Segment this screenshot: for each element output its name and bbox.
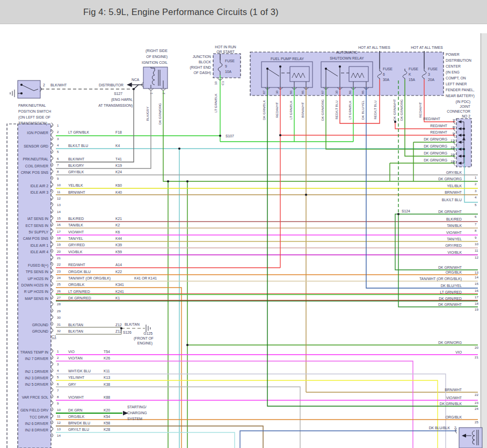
diagram-label: AT TRANSMISSION)	[98, 104, 133, 108]
splice-dot	[325, 68, 327, 70]
wire-color-label: BLK/WHT	[68, 157, 84, 161]
pcm-pin-number: 10	[57, 183, 61, 187]
pcm-pin-icon	[52, 275, 53, 280]
pcm-pin-number: 1	[57, 123, 59, 127]
pcm-pin-number: 4	[57, 369, 59, 372]
wire-exit-number: 18	[475, 302, 478, 305]
diagram-label: DK GRN/ORG	[321, 99, 324, 121]
diagram-label: BRN/WHT	[301, 102, 304, 117]
pcm-pin-icon	[52, 374, 53, 379]
diagram-label: OF ENGINE)	[146, 55, 168, 59]
diagram-label: LT GRN/BLK	[348, 100, 352, 119]
wire-color-label: LT GRN/RED	[440, 290, 462, 294]
pcm-pin-icon	[52, 302, 53, 306]
pcm-pin-name: TRANS TEMP IN	[20, 350, 48, 354]
diagram-label: NEAR BATTERY)	[446, 94, 475, 98]
pcm-pin-icon	[52, 222, 53, 226]
pcm-pin-icon	[52, 236, 53, 240]
wire-gry	[56, 387, 300, 448]
wire-color-label: BLK/LT BLU	[442, 198, 462, 202]
diagram-label: (FRONT OF	[134, 336, 154, 341]
diagram-label: G125	[143, 332, 152, 335]
pcm-pin-number: 32	[57, 329, 61, 333]
wire-dk-grn-wht	[395, 214, 478, 270]
splice-dot	[20, 92, 23, 94]
pcm-pin-number: 24	[57, 276, 61, 280]
pcm-pin-icon	[52, 289, 53, 293]
diagram-label: S124	[402, 209, 410, 213]
pcm-pin-number: 4	[57, 143, 59, 147]
wire-color-label: DK GRN	[68, 408, 83, 412]
diagram-label: 30A	[383, 78, 390, 82]
splice-dot	[167, 180, 169, 182]
wire-exit-number: 3	[475, 189, 477, 193]
pcm-pin-number: 7	[57, 163, 59, 167]
pcm-pin-name: FUSED B(+)	[28, 263, 48, 268]
wire-gry-lt-blu	[56, 432, 235, 448]
diagram-label: DK GRN/WHT	[392, 99, 396, 121]
pcm-pin-number: 19	[57, 243, 61, 246]
wire-color-label: VIO/WHT	[68, 395, 84, 399]
diagram-label: 87	[263, 90, 266, 94]
pcm-pin-icon	[52, 362, 53, 366]
diagram-label: DK GRN/BLK	[262, 99, 266, 120]
pcm-pin-number: 10	[57, 408, 61, 412]
wire-exit-number: 19	[475, 307, 478, 311]
diagram-label: 15A	[409, 78, 416, 82]
wire-exit-number: 13	[475, 270, 478, 274]
wire-color-label: DK GRN/RED	[439, 297, 462, 300]
pcm-pin-name: IDLE AIR 2	[30, 184, 48, 188]
circuit-code-label: K2	[115, 223, 120, 227]
diagram-label: RED/WHT	[430, 124, 447, 128]
pcm-pin-number: 9	[57, 401, 59, 405]
pcm-pin-number: 26	[57, 289, 61, 293]
pcm-pin-name: 5V SUPPLY	[28, 230, 48, 234]
ground-g125-icon	[146, 325, 150, 332]
wire-color-label: GRY/BLK	[446, 171, 462, 174]
pcm-pin-icon	[52, 262, 53, 266]
diagram-label: OF DASH)	[194, 71, 211, 75]
pcm-pin-icon	[52, 414, 53, 418]
diagram-label: CHARGING	[127, 411, 147, 415]
wire-color-label: DK GRN/BLK	[440, 402, 462, 406]
pcm-pin-number: 16	[57, 223, 61, 226]
wire-color-label: VIO/WHT	[446, 396, 462, 400]
pcm-pin-number: 6	[57, 382, 59, 386]
pcm-pin-icon	[52, 388, 53, 392]
wire-color-label: BRN/WHT	[68, 190, 85, 194]
pcm-pin-icon	[52, 156, 53, 160]
diagram-label: RED/WHT	[418, 102, 422, 117]
pcm-pin-number: 15	[57, 216, 61, 220]
wire-color-label: TAN/YEL	[447, 237, 462, 241]
diagram-label: AUTOMATIC	[336, 50, 357, 54]
circuit-code-label: K1	[115, 296, 120, 300]
splice-dot	[186, 344, 188, 346]
pcm-pin-name: VAR FRCE SOL	[22, 395, 49, 399]
pcm-pin-icon	[52, 269, 53, 273]
wiring-diagram-page: 12IGN POWERLT GRN/BLKF1834SENSOR GRDBLK/…	[0, 0, 487, 448]
splice-dot	[463, 134, 465, 136]
splice-dot	[133, 88, 135, 90]
circuit-code-label: F18	[115, 130, 122, 134]
pcm-pin-icon	[52, 355, 53, 359]
wire-color-label: YEL/WHT	[68, 376, 84, 379]
diagram-label: RED/WHT	[430, 130, 447, 134]
pcm-pin-number: 27	[57, 296, 61, 299]
wire-color-label: DK GRN/WHT	[438, 266, 462, 269]
diagram-label: NCA	[132, 78, 140, 82]
wire-exit-number: 22	[475, 393, 478, 396]
diagram-label: 86	[348, 90, 352, 94]
pcm-pin-name: DOWN HO2S IN	[21, 283, 48, 287]
wire-color-label: VIO/WHT	[68, 230, 84, 234]
pcm-pin-name: SENSOR GRD	[24, 144, 48, 148]
circuit-code-label: K22	[115, 270, 122, 274]
pcm-pin-number: 5	[57, 375, 59, 379]
diagram-label: 17	[450, 139, 454, 142]
wire-color-label: TAN/YEL	[68, 237, 83, 240]
splice-dot	[279, 65, 281, 68]
splice-dot	[219, 135, 221, 137]
diagram-label: 15	[450, 146, 454, 149]
diagram-label: JOINT	[460, 105, 470, 108]
pcm-pin-number: 8	[57, 170, 59, 173]
pcm-pin-icon	[52, 381, 53, 386]
